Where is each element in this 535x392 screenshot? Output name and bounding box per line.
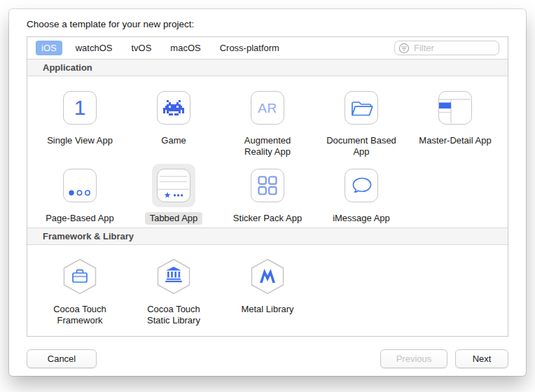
alien-sprite-icon xyxy=(163,100,184,115)
template-label: Single View App xyxy=(42,134,118,147)
template-label: Cocoa Touch Static Library xyxy=(132,303,215,327)
template-label: Tabbed App xyxy=(145,212,203,225)
next-button[interactable]: Next xyxy=(455,349,508,368)
template-master-detail-app[interactable]: Master-Detail App xyxy=(408,83,502,158)
page-based-app-icon xyxy=(63,169,97,202)
tab-macos[interactable]: macOS xyxy=(165,41,206,55)
template-metal-library[interactable]: Metal Library xyxy=(221,252,314,327)
template-label: Sticker Pack App xyxy=(228,212,307,225)
tab-bar-icon xyxy=(158,169,189,201)
single-view-app-icon: 1 xyxy=(63,91,97,125)
template-label: Document Based App xyxy=(320,134,403,158)
template-label: Augmented Reality App xyxy=(226,134,309,158)
folder-icon xyxy=(349,98,374,118)
filter-input[interactable] xyxy=(412,42,495,54)
template-tabbed-app[interactable]: Tabbed App xyxy=(127,161,221,225)
template-label: Page-Based App xyxy=(41,212,119,225)
template-sticker-pack-app[interactable]: Sticker Pack App xyxy=(221,161,314,225)
cancel-button[interactable]: Cancel xyxy=(27,349,97,368)
dialog-footer: Cancel Previous Next xyxy=(27,349,508,368)
template-page-based-app[interactable]: Page-Based App xyxy=(33,161,127,225)
cocoa-touch-framework-icon xyxy=(63,258,97,295)
sticker-grid-icon xyxy=(258,176,277,195)
document-based-app-icon xyxy=(345,91,378,125)
template-imessage-app[interactable]: iMessage App xyxy=(314,161,408,225)
table-layout-icon xyxy=(439,92,471,123)
template-label: Metal Library xyxy=(236,303,298,316)
tab-tvos[interactable]: tvOS xyxy=(125,41,157,55)
template-label: Game xyxy=(156,134,190,147)
selection-highlight xyxy=(152,164,195,207)
template-cocoa-touch-static-library[interactable]: Cocoa Touch Static Library xyxy=(127,252,221,327)
master-detail-app-icon xyxy=(438,91,472,125)
tab-watchos[interactable]: watchOS xyxy=(70,41,118,55)
dialog-title: Choose a template for your new project: xyxy=(27,19,508,29)
filter-field[interactable] xyxy=(394,41,499,55)
sticker-pack-app-icon xyxy=(251,169,284,202)
template-single-view-app[interactable]: 1 Single View App xyxy=(33,83,127,158)
game-icon xyxy=(157,91,190,125)
metal-library-icon xyxy=(251,258,284,295)
previous-button: Previous xyxy=(380,349,447,368)
filter-icon xyxy=(398,43,410,54)
framework-library-grid: Cocoa Touch Framework Cocoa Touch xyxy=(27,245,508,330)
template-cocoa-touch-framework[interactable]: Cocoa Touch Framework xyxy=(33,252,127,327)
template-label: Master-Detail App xyxy=(414,134,496,147)
section-header-framework-library: Framework & Library xyxy=(27,227,508,245)
template-label: iMessage App xyxy=(328,212,395,225)
augmented-reality-app-icon: AR xyxy=(251,91,284,125)
template-chooser-dialog: Choose a template for your new project: … xyxy=(9,9,526,376)
imessage-app-icon xyxy=(345,169,378,202)
application-template-grid: 1 Single View App xyxy=(27,76,508,227)
tab-cross-platform[interactable]: Cross-platform xyxy=(214,41,285,55)
template-panel: iOS watchOS tvOS macOS Cross-platform Ap… xyxy=(27,36,508,337)
cocoa-touch-static-library-icon xyxy=(157,258,190,295)
section-header-application: Application xyxy=(27,59,508,76)
platform-tabbar: iOS watchOS tvOS macOS Cross-platform xyxy=(27,37,508,59)
tabbed-app-icon xyxy=(157,169,190,202)
page-dots-icon xyxy=(64,169,95,201)
tab-ios[interactable]: iOS xyxy=(36,41,62,55)
template-label: Cocoa Touch Framework xyxy=(39,303,121,327)
template-augmented-reality-app[interactable]: AR Augmented Reality App xyxy=(221,83,314,158)
template-game[interactable]: Game xyxy=(127,83,221,158)
template-document-based-app[interactable]: Document Based App xyxy=(314,83,408,158)
chat-bubble-icon xyxy=(350,176,373,195)
